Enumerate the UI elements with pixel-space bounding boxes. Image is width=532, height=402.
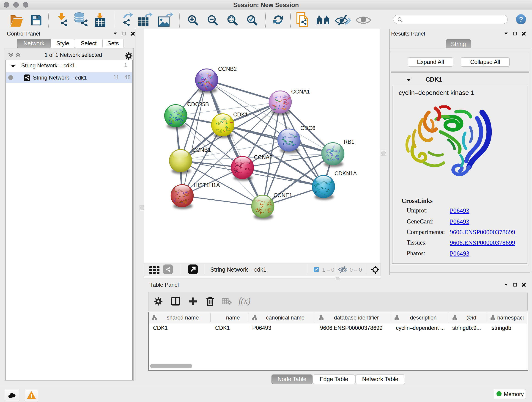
svg-text:CCNA2: CCNA2 — [254, 154, 272, 160]
svg-text:HIST1H1A: HIST1H1A — [194, 182, 220, 188]
svg-text:CCNE1: CCNE1 — [273, 192, 292, 198]
svg-text:CDKN1A: CDKN1A — [335, 170, 357, 177]
svg-text:CDK1: CDK1 — [233, 111, 248, 118]
svg-text:CCNB1: CCNB1 — [192, 147, 211, 153]
svg-text:CDC25B: CDC25B — [187, 101, 209, 107]
svg-text:CDC6: CDC6 — [300, 125, 315, 131]
svg-text:CCNA1: CCNA1 — [291, 89, 310, 95]
svg-text:RB1: RB1 — [344, 139, 355, 145]
svg-text:CCNB2: CCNB2 — [218, 66, 237, 72]
